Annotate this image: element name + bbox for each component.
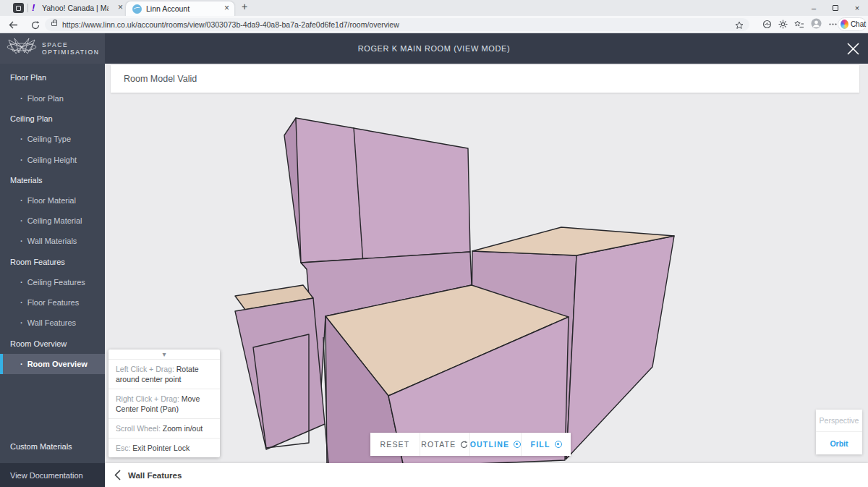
sidebar-item-ceiling-height[interactable]: Ceiling Height [0, 150, 105, 170]
copilot-icon [841, 20, 848, 29]
sidebar-section-materials: Materials [0, 170, 105, 190]
radio-selected-icon [555, 441, 562, 448]
browser-essentials-icon[interactable] [762, 19, 772, 32]
back-icon[interactable] [7, 19, 20, 31]
help-row: Right Click + Drag: Move Center Point (P… [109, 389, 220, 418]
sidebar-item-custom-materials[interactable]: Custom Materials [0, 436, 105, 457]
tab-divider [27, 4, 28, 12]
back-chevron-icon[interactable] [114, 470, 121, 480]
workspaces-icon[interactable] [13, 3, 24, 13]
sidebar-item-ceiling-type[interactable]: Ceiling Type [0, 129, 105, 149]
sidebar-item-floor-plan[interactable]: Floor Plan [0, 88, 105, 109]
copilot-chat-button[interactable]: Chat [838, 17, 867, 31]
sidebar-section-ceiling-plan: Ceiling Plan [0, 109, 105, 129]
more-menu-icon[interactable] [828, 19, 838, 32]
rotate-icon [460, 441, 468, 449]
fill-toggle-button[interactable]: FILL [521, 433, 571, 456]
tab-close-icon[interactable]: × [118, 2, 123, 12]
room-title: ROGER K MAIN ROOM (VIEW MODE) [0, 33, 868, 64]
extensions-icon[interactable] [778, 19, 788, 32]
sidebar-section-room-overview: Room Overview [0, 334, 105, 354]
space-optimisation-header: SPACE OPTIMISATION ROGER K MAIN ROOM (VI… [0, 33, 868, 64]
tab-close-icon[interactable]: × [224, 3, 229, 13]
collections-icon[interactable] [794, 19, 804, 32]
sidebar-section-room-features: Room Features [0, 252, 105, 272]
new-tab-button[interactable]: + [242, 1, 247, 12]
browser-titlebar: ! Yahoo! Canada | Mail, Weather, Se × Li… [0, 0, 868, 16]
sidebar-item-wall-features[interactable]: Wall Features [0, 313, 105, 333]
help-row: Left Click + Drag: Rotate around center … [109, 359, 220, 389]
status-banner-text: Room Model Valid [124, 74, 197, 84]
sidebar: Floor Plan Floor Plan Ceiling Plan Ceili… [0, 64, 105, 487]
rotate-button[interactable]: ROTATE [420, 433, 469, 456]
sidebar-item-view-documentation[interactable]: View Documentation [0, 463, 105, 487]
favorite-star-icon[interactable] [735, 20, 744, 33]
help-row: Esc: Exit Pointer Lock [109, 438, 220, 457]
profile-avatar[interactable] [811, 18, 822, 32]
tab-title: Yahoo! Canada | Mail, Weather, Se [42, 4, 109, 12]
reset-button[interactable]: RESET [370, 433, 420, 456]
tab-linn-account[interactable]: Linn Account × [125, 1, 235, 16]
browser-window: ! Yahoo! Canada | Mail, Weather, Se × Li… [0, 0, 868, 487]
bottom-navigation-bar: Wall Features [105, 463, 868, 487]
outline-toggle-button[interactable]: OUTLINE [469, 433, 521, 456]
radio-selected-icon [514, 441, 521, 448]
sidebar-item-floor-features[interactable]: Floor Features [0, 292, 105, 313]
back-link[interactable]: Wall Features [128, 471, 182, 480]
orbit-button[interactable]: Orbit [816, 432, 862, 454]
tab-yahoo[interactable]: ! Yahoo! Canada | Mail, Weather, Se × [30, 0, 123, 16]
close-view-button[interactable] [845, 41, 861, 56]
sidebar-item-wall-materials[interactable]: Wall Materials [0, 231, 105, 251]
url-text[interactable]: https://www.linn.co.uk/account/rooms/vie… [62, 20, 399, 29]
linn-favicon-icon [132, 4, 142, 14]
status-banner: Room Model Valid [111, 65, 859, 93]
controls-help-panel: ▾ Left Click + Drag: Rotate around cente… [109, 350, 220, 457]
sidebar-section-floor-plan: Floor Plan [0, 67, 105, 88]
lock-icon [51, 22, 57, 26]
minimize-button[interactable]: – [803, 0, 825, 16]
refresh-icon[interactable] [29, 19, 41, 31]
window-controls: – × [803, 0, 868, 16]
main-content: Room Model Valid ▾ Left Click + Drag: Ro… [105, 64, 868, 487]
camera-mode-panel: Perspective Orbit [816, 410, 862, 454]
restore-icon [833, 5, 838, 11]
room-wall-face-slab-upper [296, 118, 470, 263]
restore-button[interactable] [825, 0, 846, 16]
sidebar-item-room-overview[interactable]: Room Overview [0, 354, 105, 374]
browser-toolbar: https://www.linn.co.uk/account/rooms/vie… [0, 16, 868, 33]
sidebar-item-ceiling-material[interactable]: Ceiling Material [0, 211, 105, 231]
room-wall-face-right-box-front [566, 236, 674, 459]
collapse-caret-icon[interactable]: ▾ [109, 350, 220, 359]
address-bar[interactable]: https://www.linn.co.uk/account/rooms/vie… [45, 18, 749, 31]
tab-title: Linn Account [146, 4, 190, 13]
perspective-button[interactable]: Perspective [816, 410, 862, 432]
window-close-button[interactable]: × [846, 0, 868, 16]
sidebar-item-floor-material[interactable]: Floor Material [0, 190, 105, 211]
sidebar-item-ceiling-features[interactable]: Ceiling Features [0, 272, 105, 292]
room-wall-face-left-box-front [235, 298, 325, 449]
viewer-toolbar: RESET ROTATE OUTLINE FILL [370, 433, 571, 456]
help-row: Scroll Wheel: Zoom in/out [109, 418, 220, 438]
yahoo-favicon-icon: ! [32, 2, 41, 13]
